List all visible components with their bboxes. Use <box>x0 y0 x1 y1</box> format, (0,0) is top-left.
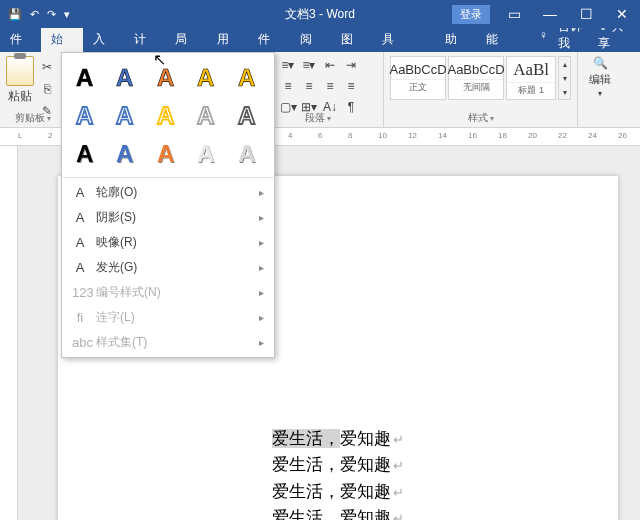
styles-more-button[interactable]: ▴▾▾ <box>558 56 571 100</box>
text-effect-menu-5: fi连字(L)▸ <box>62 305 274 330</box>
svg-text:A: A <box>197 102 214 128</box>
title-bar: 💾 ↶ ↷ ▾ 文档3 - Word 登录 ▭ — ☐ ✕ <box>0 0 640 28</box>
svg-text:A: A <box>116 102 133 128</box>
svg-text:A: A <box>197 64 214 90</box>
style-正文[interactable]: AaBbCcD正文 <box>390 56 446 100</box>
svg-text:A: A <box>238 140 255 166</box>
text-effect-preset-8[interactable]: A <box>191 99 223 131</box>
svg-text:A: A <box>76 64 93 90</box>
text-effect-preset-13[interactable]: A <box>191 137 223 169</box>
chevron-down-icon: ▾ <box>598 89 602 98</box>
qat-customize-icon[interactable]: ▾ <box>64 8 70 21</box>
svg-text:A: A <box>76 102 93 128</box>
group-label-styles: 样式 <box>384 111 577 125</box>
text-effect-menu-6: abc样式集(T)▸ <box>62 330 274 355</box>
svg-text:A: A <box>116 64 133 90</box>
doc-line[interactable]: 爱生活，爱知趣 <box>148 479 528 505</box>
svg-text:A: A <box>157 102 174 128</box>
style-无间隔[interactable]: AaBbCcD无间隔 <box>448 56 504 100</box>
window-title: 文档3 - Word <box>285 6 355 23</box>
style-标题 1[interactable]: AaBl标题 1 <box>506 56 556 100</box>
quick-access-toolbar: 💾 ↶ ↷ ▾ <box>0 8 70 21</box>
text-effect-menu-3[interactable]: A发光(G)▸ <box>62 255 274 280</box>
text-effect-menu-2[interactable]: A映像(R)▸ <box>62 230 274 255</box>
save-icon[interactable]: 💾 <box>8 8 22 21</box>
text-effect-preset-3[interactable]: A <box>191 61 223 93</box>
svg-text:A: A <box>238 102 255 128</box>
editing-label: 编辑 <box>589 72 611 87</box>
menu-item-icon: A <box>72 210 88 225</box>
menu-item-icon: fi <box>72 310 88 325</box>
doc-line[interactable]: 爱生活，爱知趣 <box>148 505 528 520</box>
maximize-button[interactable]: ☐ <box>568 0 604 28</box>
doc-line[interactable]: 爱生活，爱知趣 <box>148 426 528 452</box>
redo-icon[interactable]: ↷ <box>47 8 56 21</box>
copy-button[interactable]: ⎘ <box>38 80 56 98</box>
paste-label: 粘贴 <box>8 88 32 105</box>
text-effect-preset-6[interactable]: A <box>110 99 142 131</box>
text-effect-menu-4: 123编号样式(N)▸ <box>62 280 274 305</box>
align-center-button[interactable]: ≡ <box>279 77 297 95</box>
menu-item-icon: A <box>72 260 88 275</box>
group-editing: 🔍 编辑 ▾ <box>578 52 622 127</box>
text-effect-preset-9[interactable]: A <box>232 99 264 131</box>
decrease-indent-button[interactable]: ⇤ <box>321 56 339 74</box>
text-effect-preset-2[interactable]: A <box>151 61 183 93</box>
doc-line[interactable]: 爱生活，爱知趣 <box>148 452 528 478</box>
find-icon: 🔍 <box>593 56 608 70</box>
text-effect-preset-14[interactable]: A <box>232 137 264 169</box>
text-effect-preset-0[interactable]: A <box>70 61 102 93</box>
text-effect-preset-11[interactable]: A <box>110 137 142 169</box>
paste-icon <box>6 56 34 86</box>
increase-indent-button[interactable]: ⇥ <box>342 56 360 74</box>
svg-text:A: A <box>238 64 255 90</box>
editing-button[interactable]: 🔍 编辑 ▾ <box>584 56 616 98</box>
svg-text:A: A <box>116 140 133 166</box>
ruler-vertical[interactable] <box>0 146 18 520</box>
text-effect-menu-0[interactable]: A轮廓(O)▸ <box>62 180 274 205</box>
group-clipboard: 粘贴 ✂ ⎘ ✎ 剪贴板 <box>0 52 66 127</box>
ribbon: 粘贴 ✂ ⎘ ✎ 剪贴板 等线 (中文正文) 五号 A▴ A▾ B I U ab… <box>0 52 640 128</box>
distributed-button[interactable]: ≡ <box>342 77 360 95</box>
login-button[interactable]: 登录 <box>452 5 490 24</box>
ribbon-tabs: 文件开始插入设计布局引用邮件审阅视图开发工具帮助特色功能♀告诉我⇪ 共享 <box>0 28 640 52</box>
text-effect-menu-1[interactable]: A阴影(S)▸ <box>62 205 274 230</box>
justify-button[interactable]: ≡ <box>321 77 339 95</box>
group-label-clipboard: 剪贴板 <box>0 111 65 125</box>
numbering-button[interactable]: ≡▾ <box>279 56 297 74</box>
text-effect-preset-12[interactable]: A <box>151 137 183 169</box>
minimize-button[interactable]: — <box>532 0 568 28</box>
cut-button[interactable]: ✂ <box>38 58 56 76</box>
group-styles: AaBbCcD正文AaBbCcD无间隔AaBl标题 1▴▾▾ 样式 <box>384 52 578 127</box>
close-button[interactable]: ✕ <box>604 0 640 28</box>
menu-item-icon: 123 <box>72 285 88 300</box>
menu-item-icon: abc <box>72 335 88 350</box>
text-effect-preset-4[interactable]: A <box>232 61 264 93</box>
menu-item-icon: A <box>72 185 88 200</box>
text-effect-preset-1[interactable]: A <box>110 61 142 93</box>
svg-text:A: A <box>76 140 93 166</box>
text-effect-preset-7[interactable]: A <box>151 99 183 131</box>
help-icon[interactable]: ♀ <box>539 28 548 42</box>
svg-text:A: A <box>157 140 174 166</box>
text-effects-gallery: ↖ AAAAAAAAAAAAAAA A轮廓(O)▸A阴影(S)▸A映像(R)▸A… <box>61 52 275 358</box>
text-effect-preset-10[interactable]: A <box>70 137 102 169</box>
text-effect-preset-5[interactable]: A <box>70 99 102 131</box>
menu-item-icon: A <box>72 235 88 250</box>
svg-text:A: A <box>157 64 174 90</box>
align-right-button[interactable]: ≡ <box>300 77 318 95</box>
svg-text:A: A <box>197 140 214 166</box>
undo-icon[interactable]: ↶ <box>30 8 39 21</box>
multilevel-button[interactable]: ≡▾ <box>300 56 318 74</box>
ribbon-display-icon[interactable]: ▭ <box>496 0 532 28</box>
